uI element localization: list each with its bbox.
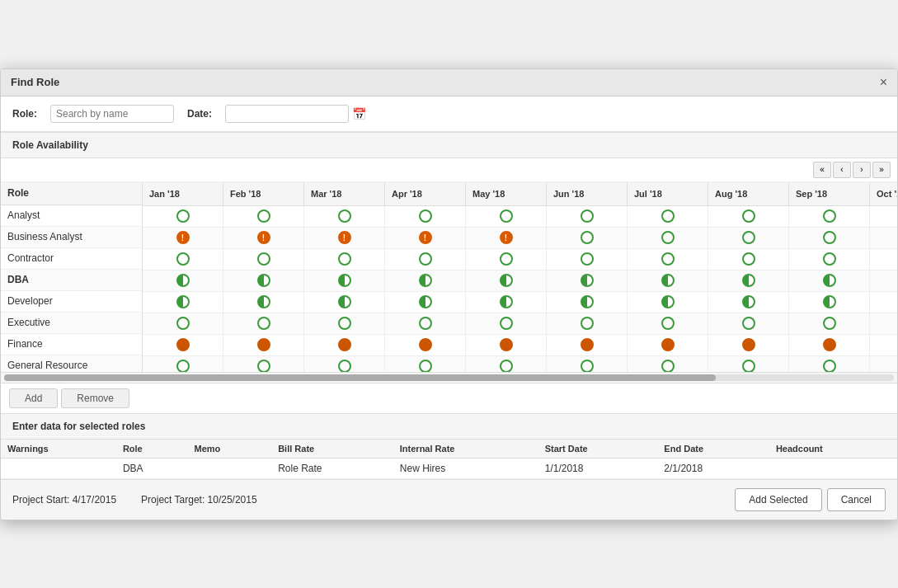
data-cell[interactable] xyxy=(223,313,304,334)
data-cell[interactable] xyxy=(466,249,547,270)
data-cell[interactable] xyxy=(870,313,897,334)
data-cell[interactable] xyxy=(547,335,628,355)
data-cell[interactable] xyxy=(789,228,870,248)
data-cell[interactable] xyxy=(466,292,547,313)
data-cell[interactable] xyxy=(223,335,304,355)
data-cell[interactable] xyxy=(385,270,466,291)
data-cell[interactable] xyxy=(385,292,466,313)
data-cell[interactable] xyxy=(870,206,897,227)
data-cell[interactable] xyxy=(708,335,789,355)
data-cell[interactable] xyxy=(870,335,897,355)
data-cell[interactable] xyxy=(466,356,547,372)
data-cell[interactable]: ! xyxy=(304,228,385,248)
data-cell[interactable] xyxy=(143,206,223,227)
data-cell[interactable] xyxy=(628,292,708,313)
data-cell[interactable] xyxy=(223,292,304,313)
data-cell[interactable] xyxy=(547,249,628,270)
data-cell[interactable] xyxy=(547,206,628,227)
data-cell[interactable] xyxy=(143,270,223,291)
data-cell[interactable] xyxy=(870,270,897,291)
data-cell[interactable] xyxy=(547,292,628,313)
data-cell[interactable] xyxy=(628,356,708,372)
date-input[interactable]: 1/1/2018 xyxy=(225,105,349,123)
role-cell[interactable]: Executive xyxy=(1,313,142,334)
data-cell[interactable] xyxy=(547,270,628,291)
data-cell[interactable] xyxy=(708,206,789,227)
data-cell[interactable] xyxy=(304,270,385,291)
data-cell[interactable]: ! xyxy=(466,228,547,248)
data-cell[interactable] xyxy=(547,228,628,248)
cancel-button[interactable]: Cancel xyxy=(827,488,886,511)
data-cell[interactable] xyxy=(789,249,870,270)
data-cell[interactable] xyxy=(789,206,870,227)
data-cell[interactable] xyxy=(143,313,223,334)
role-cell[interactable]: Finance xyxy=(1,334,142,355)
data-cell[interactable] xyxy=(223,270,304,291)
data-cell[interactable] xyxy=(385,313,466,334)
data-cell[interactable] xyxy=(789,270,870,291)
data-cell[interactable] xyxy=(789,356,870,372)
role-cell[interactable]: Business Analyst xyxy=(1,227,142,248)
data-cell[interactable] xyxy=(304,249,385,270)
data-cell[interactable] xyxy=(628,270,708,291)
data-cell[interactable] xyxy=(708,228,789,248)
data-cell[interactable] xyxy=(223,249,304,270)
close-button[interactable]: × xyxy=(880,76,887,89)
calendar-icon[interactable]: 📅 xyxy=(352,107,366,120)
data-cell[interactable] xyxy=(223,356,304,372)
data-cell[interactable] xyxy=(628,313,708,334)
data-cell[interactable] xyxy=(789,313,870,334)
data-cell[interactable] xyxy=(304,206,385,227)
data-cell[interactable] xyxy=(385,206,466,227)
data-cell[interactable] xyxy=(708,249,789,270)
data-cell[interactable] xyxy=(870,249,897,270)
data-cell[interactable] xyxy=(628,228,708,248)
data-cell[interactable] xyxy=(466,313,547,334)
data-cell[interactable] xyxy=(708,292,789,313)
data-cell[interactable] xyxy=(385,356,466,372)
data-cell[interactable] xyxy=(143,335,223,355)
data-cell[interactable] xyxy=(870,356,897,372)
data-cell[interactable] xyxy=(304,335,385,355)
data-cell[interactable] xyxy=(385,335,466,355)
data-cell[interactable] xyxy=(466,206,547,227)
data-cell[interactable] xyxy=(870,292,897,313)
data-cell[interactable] xyxy=(223,206,304,227)
data-cell[interactable] xyxy=(789,292,870,313)
remove-button[interactable]: Remove xyxy=(61,388,129,408)
scrollbar-thumb[interactable] xyxy=(4,374,716,381)
nav-last-button[interactable]: » xyxy=(872,162,891,178)
data-cell[interactable] xyxy=(870,228,897,248)
data-cell[interactable] xyxy=(466,270,547,291)
table-row[interactable]: DBARole RateNew Hires1/1/20182/1/2018 xyxy=(1,458,897,478)
data-cell[interactable] xyxy=(628,249,708,270)
nav-prev-button[interactable]: ‹ xyxy=(833,162,851,178)
data-cell[interactable] xyxy=(143,292,223,313)
data-cell[interactable] xyxy=(304,313,385,334)
role-cell[interactable]: General Resource xyxy=(1,355,142,372)
data-cell[interactable] xyxy=(708,313,789,334)
data-cell[interactable] xyxy=(547,313,628,334)
data-cell[interactable] xyxy=(385,249,466,270)
role-cell[interactable]: DBA xyxy=(1,270,142,291)
role-cell[interactable]: Developer xyxy=(1,291,142,313)
data-cell[interactable] xyxy=(628,335,708,355)
role-cell[interactable]: Analyst xyxy=(1,205,142,227)
data-cell[interactable] xyxy=(789,335,870,355)
add-selected-button[interactable]: Add Selected xyxy=(735,488,821,511)
data-cell[interactable]: ! xyxy=(385,228,466,248)
nav-first-button[interactable]: « xyxy=(813,162,831,178)
role-cell[interactable]: Contractor xyxy=(1,248,142,270)
data-cell[interactable] xyxy=(304,292,385,313)
data-cell[interactable] xyxy=(143,249,223,270)
data-cell[interactable] xyxy=(143,356,223,372)
data-cell[interactable] xyxy=(708,356,789,372)
data-cell[interactable] xyxy=(466,335,547,355)
data-cell[interactable] xyxy=(547,356,628,372)
data-cell[interactable] xyxy=(304,356,385,372)
data-cell[interactable]: ! xyxy=(223,228,304,248)
data-cell[interactable] xyxy=(708,270,789,291)
nav-next-button[interactable]: › xyxy=(853,162,871,178)
data-cell[interactable]: ! xyxy=(143,228,223,248)
add-button[interactable]: Add xyxy=(9,388,58,408)
